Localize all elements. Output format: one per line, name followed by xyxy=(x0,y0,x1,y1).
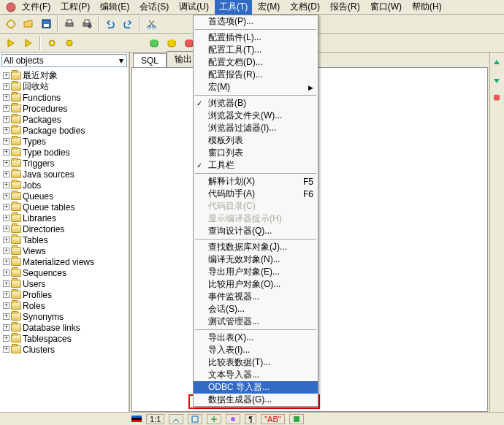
tree-item[interactable]: +Tablespaces xyxy=(1,333,127,344)
menu-窗口[interactable]: 窗口(W) xyxy=(366,0,406,15)
tree-item[interactable]: +Directories xyxy=(1,223,127,234)
tree-item[interactable]: +Types xyxy=(1,136,127,147)
menu-item[interactable]: 导出用户对象(E)... xyxy=(194,266,318,278)
expand-icon[interactable]: + xyxy=(3,302,9,309)
tree-item[interactable]: +回收站 xyxy=(1,81,127,92)
menu-编辑[interactable]: 编辑(E) xyxy=(96,0,134,15)
menu-item[interactable]: 会话(S)... xyxy=(194,303,318,315)
menu-帮助[interactable]: 帮助(H) xyxy=(408,0,446,15)
menu-item[interactable]: 数据生成器(G)... xyxy=(194,394,318,406)
tree-item[interactable]: +Packages xyxy=(1,114,127,125)
expand-icon[interactable]: + xyxy=(3,280,9,287)
new-icon[interactable] xyxy=(3,16,19,32)
menu-item[interactable]: 配置插件(L)... xyxy=(194,31,318,44)
menu-item[interactable]: 事件监视器... xyxy=(194,291,318,303)
db-yellow-icon[interactable] xyxy=(164,35,180,51)
nav-up-icon[interactable] xyxy=(492,58,503,69)
gear-icon[interactable] xyxy=(44,35,60,51)
menu-调试[interactable]: 调试(U) xyxy=(175,0,213,15)
expand-icon[interactable]: + xyxy=(3,105,9,112)
expand-icon[interactable]: + xyxy=(3,182,9,188)
menu-item[interactable]: ✓浏览器(B) xyxy=(194,97,318,110)
tree-item[interactable]: +Functions xyxy=(1,92,127,103)
execute-icon[interactable] xyxy=(3,35,19,51)
tree-item[interactable]: +Type bodies xyxy=(1,147,127,158)
object-tree[interactable]: +最近对象+回收站+Functions+Procedures+Packages+… xyxy=(0,69,129,412)
save-icon[interactable] xyxy=(38,16,54,32)
expand-icon[interactable]: + xyxy=(3,248,9,254)
expand-icon[interactable]: + xyxy=(3,204,9,210)
object-filter[interactable]: ▾ xyxy=(1,54,127,67)
tree-item[interactable]: +Queues xyxy=(1,191,127,202)
cut-icon[interactable] xyxy=(143,16,159,32)
menu-工程[interactable]: 工程(P) xyxy=(56,0,94,15)
expand-icon[interactable]: + xyxy=(3,335,9,342)
menu-文件[interactable]: 文件(F) xyxy=(18,0,55,15)
tree-item[interactable]: +Tables xyxy=(1,234,127,245)
menu-会话[interactable]: 会话(S) xyxy=(135,0,173,15)
tree-item[interactable]: +Jobs xyxy=(1,180,127,191)
menu-item[interactable]: ODBC 导入器... xyxy=(194,381,318,394)
menu-item[interactable]: 查询设计器(Q)... xyxy=(194,225,318,237)
tree-item[interactable]: +Users xyxy=(1,278,127,289)
tree-item[interactable]: +Views xyxy=(1,245,127,256)
undo-icon[interactable] xyxy=(102,16,118,32)
expand-icon[interactable]: + xyxy=(3,259,9,265)
expand-icon[interactable]: + xyxy=(3,171,9,177)
sb-item-4[interactable] xyxy=(226,414,240,424)
open-icon[interactable] xyxy=(20,16,37,32)
sb-item-6[interactable]: "AB" xyxy=(261,414,284,424)
tree-item[interactable]: +Sequences xyxy=(1,267,127,278)
sb-item-3[interactable] xyxy=(207,414,221,424)
tree-item[interactable]: +Database links xyxy=(1,322,127,333)
menu-item[interactable]: 解释计划(X)F5 xyxy=(194,175,318,188)
menu-item[interactable]: 比较表数据(T)... xyxy=(194,356,318,369)
expand-icon[interactable]: + xyxy=(3,324,9,331)
tree-item[interactable]: +Materialized views xyxy=(1,256,127,267)
menu-item[interactable]: 导入表(I)... xyxy=(194,344,318,356)
menu-item[interactable]: ✓工具栏 xyxy=(194,159,318,172)
tree-item[interactable]: +Java sources xyxy=(1,169,127,180)
menu-item[interactable]: 导出表(X)... xyxy=(194,332,318,344)
tree-item[interactable]: +Synonyms xyxy=(1,311,127,322)
menu-item[interactable]: 查找数据库对象(J)... xyxy=(194,241,318,253)
expand-icon[interactable]: + xyxy=(3,116,9,123)
filter-input[interactable] xyxy=(2,55,116,66)
menu-item[interactable]: 比较用户对象(O)... xyxy=(194,278,318,291)
print-preview-icon[interactable] xyxy=(79,16,95,32)
menu-item[interactable]: 文本导入器... xyxy=(194,369,318,381)
menu-item[interactable]: 配置报告(R)... xyxy=(194,69,318,81)
tree-item[interactable]: +Roles xyxy=(1,300,127,311)
db-green-icon[interactable] xyxy=(146,35,162,51)
expand-icon[interactable]: + xyxy=(3,149,9,156)
expand-icon[interactable]: + xyxy=(3,226,9,232)
menu-item[interactable]: 浏览器文件夹(W)... xyxy=(194,110,318,122)
sb-item-1[interactable] xyxy=(169,414,183,424)
sb-item-7[interactable] xyxy=(289,414,304,424)
tab-SQL[interactable]: SQL xyxy=(133,53,167,67)
sb-item-5[interactable]: ¶ xyxy=(245,414,256,424)
menu-item[interactable]: 代码助手(A)F6 xyxy=(194,188,318,200)
stop-icon[interactable] xyxy=(20,35,37,51)
print-icon[interactable] xyxy=(61,16,77,32)
tree-item[interactable]: +Procedures xyxy=(1,103,127,114)
menu-item[interactable]: 模板列表 xyxy=(194,134,318,147)
tree-item[interactable]: +最近对象 xyxy=(1,70,127,81)
menu-item[interactable]: 宏(M)▶ xyxy=(194,81,318,93)
menu-item[interactable]: 编译无效对象(N)... xyxy=(194,253,318,266)
db-small-icon[interactable] xyxy=(492,93,503,104)
menu-宏[interactable]: 宏(M) xyxy=(253,0,284,15)
menu-item[interactable]: 配置工具(T)... xyxy=(194,44,318,56)
expand-icon[interactable]: + xyxy=(3,269,9,276)
expand-icon[interactable]: + xyxy=(3,138,9,145)
expand-icon[interactable]: + xyxy=(3,215,9,221)
menu-item[interactable]: 窗口列表 xyxy=(194,147,318,159)
tree-item[interactable]: +Triggers xyxy=(1,158,127,169)
menu-item[interactable]: 浏览器过滤器(I)... xyxy=(194,122,318,134)
expand-icon[interactable]: + xyxy=(3,83,9,90)
tree-item[interactable]: +Package bodies xyxy=(1,125,127,136)
expand-icon[interactable]: + xyxy=(3,237,9,243)
expand-icon[interactable]: + xyxy=(3,72,9,79)
debug-icon[interactable] xyxy=(61,35,77,51)
menu-item[interactable]: 测试管理器... xyxy=(194,315,318,328)
